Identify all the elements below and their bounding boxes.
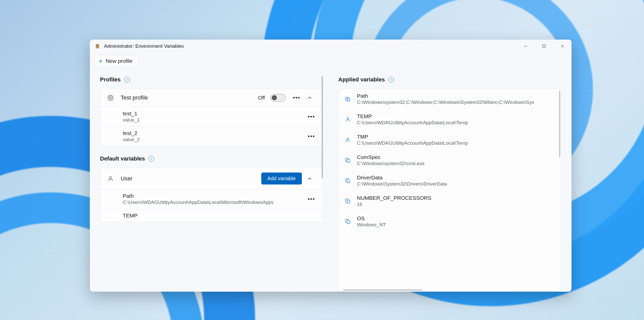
applied-variable-name: Path [357, 93, 554, 99]
scrollbar-horizontal[interactable] [343, 289, 422, 291]
applied-variable-value: C:\Users\WDAGUtilityAccount\AppData\Loca… [357, 140, 554, 146]
profile-variable-row[interactable]: test_1 value_1 ••• [100, 107, 323, 127]
applied-variable-name: TEMP [357, 113, 554, 119]
profile-enabled-toggle[interactable] [270, 94, 286, 102]
applied-variable-name: ComSpec [357, 154, 554, 160]
svg-rect-19 [347, 200, 350, 203]
add-variable-button[interactable]: Add variable [261, 173, 302, 184]
minimize-button[interactable] [516, 40, 535, 53]
chevron-up-icon[interactable] [307, 176, 317, 181]
info-icon[interactable]: i [388, 77, 394, 82]
user-icon [106, 176, 115, 182]
variable-more-button[interactable]: ••• [306, 112, 317, 121]
profiles-title: Profiles [100, 76, 121, 83]
default-variables-section-header: Default variables i [100, 155, 323, 162]
applied-variables-list: APathC:\Windows\system32;C:\Windows;C:\W… [338, 89, 561, 292]
applied-variable-row[interactable]: TEMPC:\Users\WDAGUtilityAccount\AppData\… [339, 109, 561, 130]
svg-rect-1 [543, 45, 545, 47]
variable-value: value_1 [123, 117, 302, 123]
applied-variables-title: Applied variables [338, 76, 385, 83]
system-icon [344, 198, 351, 204]
applied-variable-row[interactable]: ComSpecC:\Windows\system32\cmd.exe [339, 150, 561, 170]
toolbar: + New profile [90, 53, 572, 76]
content: Profiles i Test profile Off ••• [90, 76, 572, 292]
profile-name: Test profile [121, 94, 252, 101]
variable-more-button[interactable]: ••• [306, 132, 317, 141]
override-icon: A [344, 96, 351, 102]
variable-name: Path [123, 193, 302, 199]
applied-variable-value: 16 [357, 202, 554, 207]
default-variables-title: Default variables [100, 155, 145, 162]
applied-variable-name: DriverData [357, 175, 554, 181]
applied-variable-value: C:\Users\WDAGUtilityAccount\AppData\Loca… [357, 120, 554, 126]
system-icon [344, 178, 351, 183]
toggle-label: Off [258, 95, 265, 101]
app-window: Administrator: Environment Variables + N… [90, 40, 572, 292]
list-icon [106, 95, 115, 101]
user-variables-card: User Add variable Path C:\Users\WDAGUtil… [100, 168, 323, 223]
applied-variable-name: NUMBER_OF_PROCESSORS [357, 195, 554, 201]
maximize-button[interactable] [535, 40, 553, 53]
applied-section-header: Applied variables i [338, 76, 561, 83]
user-icon [344, 137, 351, 143]
svg-rect-21 [347, 220, 350, 224]
new-profile-button[interactable]: + New profile [94, 55, 138, 67]
variable-name: test_2 [123, 130, 302, 136]
close-button[interactable] [553, 40, 572, 53]
applied-variable-value: Windows_NT [357, 222, 554, 228]
new-profile-label: New profile [106, 58, 132, 64]
applied-variable-row[interactable]: OSWindows_NT [339, 211, 561, 232]
applied-variable-value: C:\Windows\system32\cmd.exe [357, 161, 554, 166]
app-icon [94, 43, 101, 49]
user-icon [344, 117, 351, 122]
scrollbar-vertical[interactable] [559, 91, 560, 157]
user-section-label: User [121, 175, 255, 182]
applied-variable-name: OS [357, 215, 554, 221]
left-column: Profiles i Test profile Off ••• [100, 76, 323, 292]
plus-icon: + [99, 58, 103, 64]
profile-variable-row[interactable]: test_2 value_2 ••• [100, 127, 323, 146]
profile-more-button[interactable]: ••• [291, 93, 302, 102]
profiles-section-header: Profiles i [100, 76, 323, 83]
applied-variable-row[interactable]: NUMBER_OF_PROCESSORS16 [339, 191, 561, 211]
info-icon[interactable]: i [124, 77, 130, 82]
profile-card: Test profile Off ••• test_1 [100, 89, 323, 146]
applied-variable-name: TMP [357, 134, 554, 140]
applied-variable-row[interactable]: DriverDataC:\Windows\System32\Drivers\Dr… [339, 170, 561, 191]
window-controls [516, 40, 572, 53]
toggle-knob [272, 95, 277, 100]
applied-variable-row[interactable]: TMPC:\Users\WDAGUtilityAccount\AppData\L… [339, 130, 561, 150]
svg-rect-17 [347, 180, 350, 183]
user-variable-row[interactable]: Path C:\Users\WDAGUtilityAccount\AppData… [100, 189, 323, 209]
window-title: Administrator: Environment Variables [104, 43, 184, 49]
user-variables-header[interactable]: User Add variable [100, 168, 323, 189]
svg-rect-15 [347, 159, 350, 162]
user-variable-row[interactable]: TEMP [100, 209, 323, 222]
info-icon[interactable]: i [148, 156, 154, 162]
variable-value: C:\Users\WDAGUtilityAccount\AppData\Loca… [123, 200, 302, 205]
svg-point-12 [347, 118, 349, 119]
variable-name: TEMP [123, 213, 317, 219]
profile-header[interactable]: Test profile Off ••• [100, 89, 323, 107]
applied-variable-row[interactable]: APathC:\Windows\system32;C:\Windows;C:\W… [339, 89, 561, 109]
titlebar: Administrator: Environment Variables [90, 40, 572, 53]
variable-value: value_2 [123, 137, 302, 142]
applied-variable-value: C:\Windows\System32\Drivers\DriverData [357, 181, 554, 187]
svg-point-13 [347, 138, 349, 140]
svg-rect-11 [347, 98, 350, 101]
system-icon [344, 219, 351, 224]
system-icon [344, 157, 351, 163]
svg-point-8 [109, 177, 112, 179]
applied-variable-value: C:\Windows\system32;C:\Windows;C:\Window… [357, 100, 554, 105]
chevron-up-icon[interactable] [307, 95, 317, 100]
variable-name: test_1 [123, 110, 302, 117]
right-column: Applied variables i APathC:\Windows\syst… [338, 76, 561, 292]
variable-more-button[interactable]: ••• [306, 195, 317, 203]
